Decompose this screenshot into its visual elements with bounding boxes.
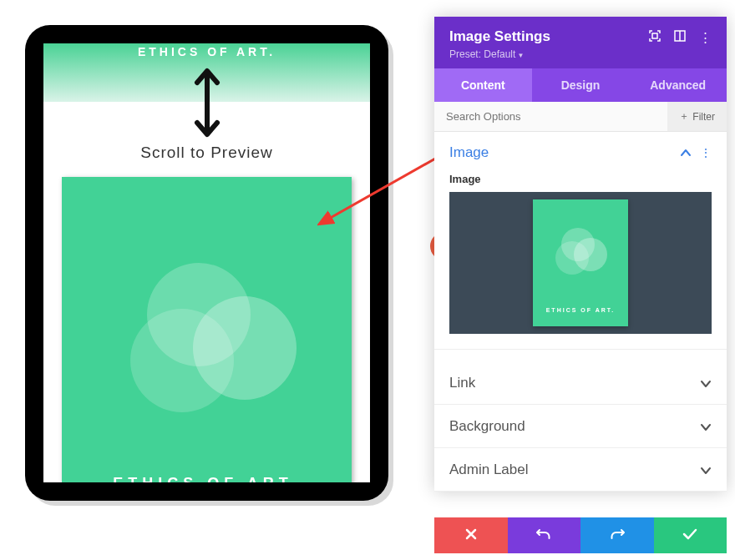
image-preview[interactable]: ETHICS OF ART. xyxy=(449,192,712,334)
filter-label: Filter xyxy=(692,111,715,123)
section-link: Link xyxy=(434,361,727,405)
action-bar xyxy=(434,517,727,553)
undo-icon xyxy=(536,527,551,544)
undo-button[interactable] xyxy=(508,517,581,553)
save-button[interactable] xyxy=(654,517,727,553)
check-icon xyxy=(682,528,697,543)
settings-panel: Image Settings ⋮ Preset: Default▼ Conten… xyxy=(434,17,727,492)
redo-button[interactable] xyxy=(580,517,654,553)
svg-rect-6 xyxy=(652,33,657,38)
more-icon[interactable]: ⋮ xyxy=(699,31,712,43)
tab-advanced[interactable]: Advanced xyxy=(629,68,727,102)
close-icon xyxy=(464,527,478,544)
section-background-title: Background xyxy=(449,418,525,435)
section-admin-label-header[interactable]: Admin Label xyxy=(434,448,727,491)
columns-icon[interactable] xyxy=(674,30,686,43)
scroll-arrow-icon xyxy=(193,64,221,141)
venn-diagram-icon xyxy=(551,225,610,278)
panel-body: Image ⋮ Image xyxy=(434,132,727,492)
panel-header: Image Settings ⋮ Preset: Default▼ xyxy=(434,17,727,68)
tabs: Content Design Advanced xyxy=(434,68,727,102)
section-image-title: Image xyxy=(449,144,489,161)
tab-content[interactable]: Content xyxy=(434,68,532,102)
chevron-down-icon xyxy=(700,416,712,436)
book-title: ETHICS OF ART. xyxy=(113,475,300,482)
section-link-header[interactable]: Link xyxy=(434,361,727,404)
section-background: Background xyxy=(434,405,727,448)
venn-diagram-icon xyxy=(115,252,299,419)
section-link-title: Link xyxy=(449,375,475,391)
redo-icon xyxy=(610,527,625,544)
image-field-label: Image xyxy=(449,173,712,185)
preset-label: Preset: Default xyxy=(449,48,515,60)
preset-selector[interactable]: Preset: Default▼ xyxy=(449,48,712,60)
chevron-up-icon xyxy=(680,144,692,161)
image-thumbnail: ETHICS OF ART. xyxy=(533,199,628,326)
tablet-screen: ETHICS OF ART. Scroll to Preview ETHICS … xyxy=(43,43,370,482)
chevron-down-icon xyxy=(700,460,712,479)
panel-title: Image Settings xyxy=(449,28,550,45)
section-admin-label-title: Admin Label xyxy=(449,462,529,478)
expand-icon[interactable] xyxy=(649,30,661,43)
top-banner-text: ETHICS OF ART. xyxy=(138,45,276,58)
svg-point-3 xyxy=(130,309,234,412)
search-row: ＋ Filter xyxy=(434,102,727,132)
section-admin-label: Admin Label xyxy=(434,448,727,492)
filter-button[interactable]: ＋ Filter xyxy=(667,102,727,131)
preview-book-card: ETHICS OF ART. xyxy=(62,177,352,482)
section-more-icon[interactable]: ⋮ xyxy=(700,146,712,159)
search-input[interactable] xyxy=(434,102,667,131)
section-image-header[interactable]: Image ⋮ xyxy=(434,132,727,173)
thumb-title: ETHICS OF ART. xyxy=(546,307,616,313)
section-image: Image ⋮ Image xyxy=(434,132,727,350)
tablet-frame: ETHICS OF ART. Scroll to Preview ETHICS … xyxy=(25,25,388,501)
chevron-down-icon: ▼ xyxy=(517,52,524,59)
svg-point-11 xyxy=(555,241,589,275)
section-background-header[interactable]: Background xyxy=(434,405,727,447)
plus-icon: ＋ xyxy=(679,109,689,124)
tab-design[interactable]: Design xyxy=(532,68,630,102)
scroll-to-preview-label: Scroll to Preview xyxy=(43,144,370,162)
chevron-down-icon xyxy=(700,373,712,392)
cancel-button[interactable] xyxy=(434,517,508,553)
